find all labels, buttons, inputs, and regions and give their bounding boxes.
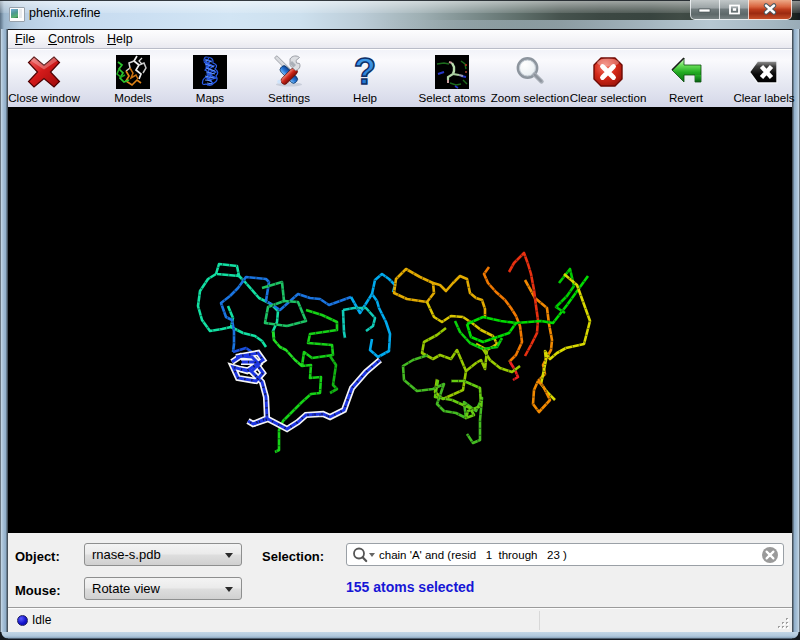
- svg-text:?: ?: [354, 55, 376, 89]
